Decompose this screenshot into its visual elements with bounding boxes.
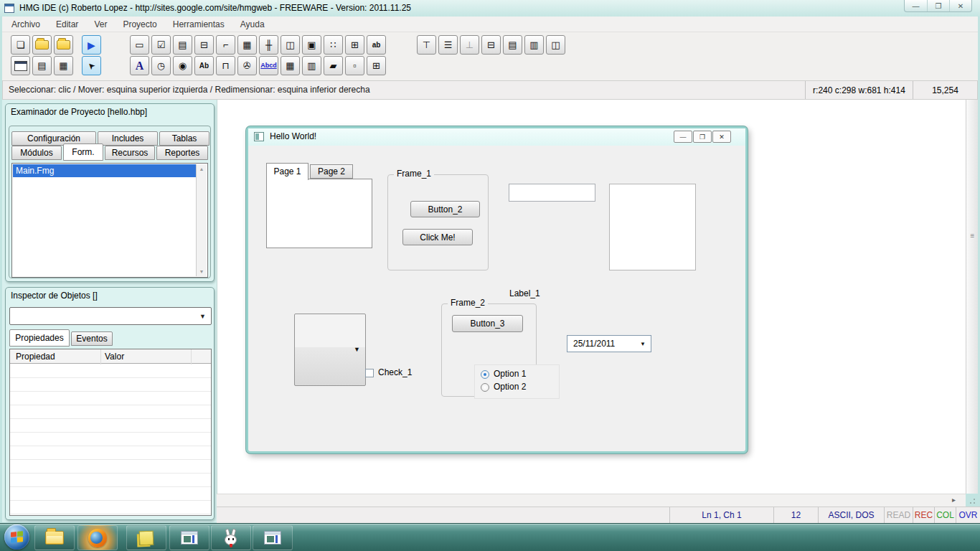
menu-ayuda[interactable]: Ayuda [232,17,273,32]
label-control-button[interactable]: A [130,56,149,75]
taskbar-app-window-button[interactable] [169,525,209,550]
taskbar-app-window-button-2[interactable] [253,525,293,550]
textbox-1[interactable] [509,184,595,202]
editor-horizontal-scrollbar[interactable]: ▸ [217,494,966,507]
minimize-button[interactable]: — [905,0,927,12]
tab-recursos[interactable]: Recursos [105,146,155,160]
new-file-button[interactable]: ❏ [11,35,30,55]
monthcal-control-button[interactable]: ⊞ [345,35,364,55]
checkbox-control-button[interactable]: ☑ [151,35,171,55]
taskbar-explorer-button[interactable] [34,525,75,550]
button-3[interactable]: Button_3 [452,315,523,332]
combobox-control-button[interactable]: ⊟ [194,35,214,55]
tab-propiedades[interactable]: Propiedades [9,329,70,347]
form-designer-window[interactable]: Hello World! — ❐ ✕ Page 1 Page 2 Frame_1… [246,126,748,453]
form-maximize-button[interactable]: ❐ [693,131,712,143]
build-button[interactable]: ▦ [54,56,73,75]
tab-form[interactable]: Form. [63,143,103,161]
line-control-button[interactable]: ⌐ [216,35,235,55]
editbox-control-button[interactable]: ⊞ [367,56,386,75]
frame-2-label: Frame_2 [448,298,488,308]
hyperlink-control-button[interactable]: Abcd [259,56,278,75]
button-2[interactable]: Button_2 [410,201,480,217]
form-close-button[interactable]: ✕ [712,131,731,143]
editor-vertical-scrollbar[interactable]: ≡ [966,100,978,494]
animation-control-button[interactable]: ✇ [237,56,257,75]
statusbar-control-button[interactable]: ⊥ [460,35,479,55]
close-project-button[interactable] [54,35,73,55]
context-menu-control-button[interactable]: ▤ [503,35,522,55]
listbox-1[interactable] [609,184,696,270]
check-1-checkbox[interactable] [365,369,374,377]
button-control-button[interactable]: ▭ [130,35,149,55]
scroll-up-icon[interactable]: ▲ [197,166,207,171]
menu-ver[interactable]: Ver [86,17,115,32]
tab-reportes[interactable]: Reportes [156,146,208,160]
notify-menu-control-button[interactable]: ▥ [524,35,544,55]
toolbar-control-button[interactable]: ⊟ [481,35,501,55]
splitter-control-button[interactable]: ◫ [281,35,300,55]
tab-eventos[interactable]: Eventos [71,331,113,346]
timer-control-button[interactable]: ◷ [151,56,171,75]
list-item-selected[interactable]: Main.Fmg [13,164,196,177]
progressbar-control-button[interactable]: ▰ [324,56,343,75]
slider-control-button[interactable]: ╫ [259,35,278,55]
option-2-label[interactable]: Option 2 [494,382,526,392]
option-1-label[interactable]: Option 1 [494,369,526,379]
new-form-button[interactable] [11,56,30,75]
textbox-control-button[interactable]: ab [367,35,386,55]
image-control-button[interactable]: ▣ [302,35,321,55]
tab-page-1[interactable]: Page 1 [266,163,308,180]
tab-page-2[interactable]: Page 2 [310,164,353,179]
tab-tablas[interactable]: Tablas [159,131,209,146]
menu-editar[interactable]: Editar [48,17,86,32]
open-project-button[interactable] [32,35,52,55]
ole-control-button[interactable]: ◫ [546,35,565,55]
tab-control-button[interactable]: ⊤ [417,35,436,55]
tab-page-panel[interactable] [266,179,372,248]
datepicker-1[interactable]: 25/11/2011 ▼ [567,335,651,352]
main-menu-control-button[interactable]: ☰ [438,35,458,55]
list-scrollbar[interactable]: ▲ ▼ [196,164,207,276]
taskbar-mascot-app-button[interactable] [211,525,251,550]
menubar: Archivo Editar Ver Proyecto Herramientas… [2,17,978,32]
combobox-1[interactable]: ▼ [294,314,366,386]
menu-herramientas[interactable]: Herramientas [165,17,232,32]
tab-modulos[interactable]: Módulos [11,146,62,160]
grid-control-button[interactable]: ▦ [237,35,257,55]
slider-control-icon: ╫ [265,40,272,50]
close-button[interactable]: ✕ [949,0,971,12]
object-selector-combobox[interactable]: ▼ [9,307,212,325]
form-minimize-button[interactable]: — [674,131,692,143]
forms-listbox[interactable]: Main.Fmg ▲ ▼ [11,163,208,278]
richedit-control-button[interactable]: ▫ [345,56,364,75]
radio-control-button[interactable]: ◉ [173,56,192,75]
scroll-down-icon[interactable]: ▼ [197,269,207,274]
run-icon: ▶ [88,40,95,50]
scroll-right-icon[interactable]: ▸ [952,496,956,504]
option-group-control-button[interactable]: ∷ [324,35,343,55]
getbox-control-button[interactable]: Ab [194,56,214,75]
menu-archivo[interactable]: Archivo [4,17,48,32]
listbox-control-button[interactable]: ▤ [173,35,192,55]
tab-includes[interactable]: Includes [98,131,158,146]
maximize-button[interactable]: ❐ [927,0,949,12]
resize-grip[interactable] [967,496,977,505]
option-2-radio[interactable] [481,383,489,392]
label-1[interactable]: Label_1 [509,288,540,298]
frame-1-groupbox[interactable]: Frame_1 [387,174,489,270]
taskbar-sticky-notes-button[interactable] [126,525,166,550]
select-pointer-button[interactable]: ➤ [82,56,101,75]
run-button[interactable]: ▶ [82,35,101,55]
source-editor-button[interactable]: ▤ [32,56,52,75]
form-titlebar[interactable]: Hello World! — ❐ ✕ [248,128,745,146]
start-button[interactable] [4,524,29,550]
toolbar-control-icon: ⊟ [487,40,495,50]
datagrid-control-button[interactable]: ▥ [302,56,321,75]
browse-control-button[interactable]: ▦ [281,56,300,75]
frame-control-button[interactable]: ⊓ [216,56,235,75]
taskbar-firefox-button[interactable] [77,525,118,550]
click-me-button[interactable]: Click Me! [402,229,473,245]
option-1-radio[interactable] [481,370,489,379]
menu-proyecto[interactable]: Proyecto [115,17,164,32]
